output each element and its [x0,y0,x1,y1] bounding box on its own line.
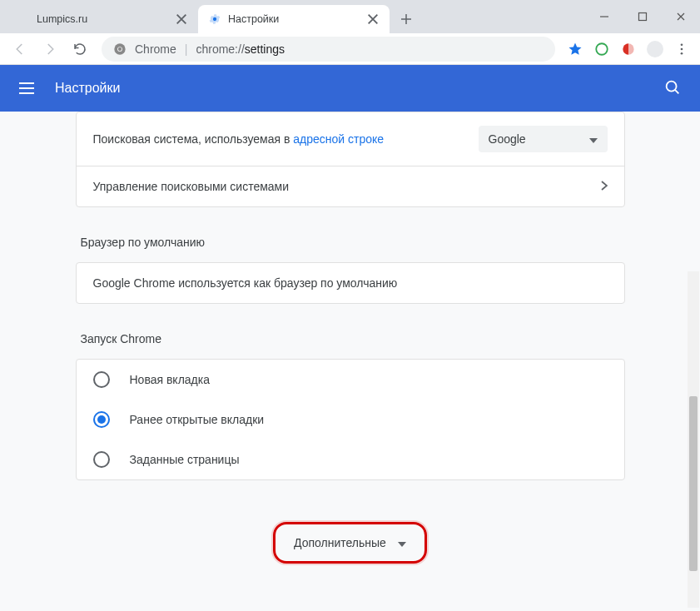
scrollbar[interactable] [688,271,699,608]
new-tab-button[interactable] [395,7,418,31]
maximize-button[interactable] [623,3,662,30]
search-engine-selected: Google [489,132,526,146]
toolbar: Chrome | chrome://settings [0,33,700,65]
svg-rect-1 [639,13,647,21]
omnibox-origin: Chrome [135,42,176,56]
chrome-icon [113,42,127,56]
tab-title: Настройки [228,13,360,25]
startup-option-specific-pages[interactable]: Заданные страницы [77,440,624,479]
tab-settings[interactable]: Настройки [198,5,390,33]
svg-point-9 [667,82,677,92]
close-tab-icon[interactable] [175,12,188,26]
radio-icon [93,411,110,428]
startup-option-label: Заданные страницы [130,453,240,466]
default-browser-card: Google Chrome используется как браузер п… [76,262,625,304]
omnibox-url: chrome://settings [196,42,285,56]
advanced-toggle-button[interactable]: Дополнительные [273,522,427,564]
svg-point-6 [681,43,683,46]
svg-point-5 [596,43,608,55]
page-title: Настройки [55,81,663,96]
omnibox[interactable]: Chrome | chrome://settings [102,37,555,62]
omnibox-separator: | [185,42,188,56]
extension-icon-1[interactable] [590,37,613,61]
chevron-right-icon [601,180,608,193]
settings-favicon [208,12,221,26]
back-button[interactable] [7,36,33,62]
close-window-button[interactable] [662,3,700,30]
close-tab-icon[interactable] [366,12,380,26]
settings-header: Настройки [0,65,700,112]
search-icon[interactable] [663,78,683,98]
minimize-button[interactable] [585,3,623,30]
on-startup-card: Новая вкладка Ранее открытые вкладки Зад… [76,359,625,480]
bookmark-star-icon[interactable] [563,37,587,61]
hamburger-menu-icon[interactable] [17,78,37,98]
search-engine-row: Поисковая система, используемая в адресн… [77,112,624,166]
search-engine-card: Поисковая система, используемая в адресн… [76,112,625,207]
search-engine-select[interactable]: Google [479,126,608,152]
profile-avatar[interactable] [643,37,667,61]
dropdown-icon [398,536,406,549]
tab-strip: Lumpics.ru Настройки [0,0,700,33]
extension-icon-2[interactable] [617,37,640,61]
dropdown-icon [589,132,598,146]
settings-content: Поисковая система, используемая в адресн… [0,112,700,611]
svg-point-7 [681,47,683,50]
kebab-menu-icon[interactable] [670,37,693,61]
forward-button[interactable] [37,36,63,62]
radio-icon [93,451,110,468]
svg-point-8 [681,52,683,54]
window-controls [585,0,700,33]
search-engine-label: Поисковая система, используемая в адресн… [93,132,385,146]
address-bar-link[interactable]: адресной строке [293,132,384,146]
default-browser-section-title: Браузер по умолчанию [81,236,625,249]
reload-button[interactable] [67,36,93,62]
manage-search-engines-row[interactable]: Управление поисковыми системами [77,166,624,206]
scrollbar-thumb[interactable] [689,396,698,571]
on-startup-section-title: Запуск Chrome [81,332,625,345]
default-browser-status: Google Chrome используется как браузер п… [77,263,624,303]
radio-icon [93,371,110,388]
startup-option-new-tab[interactable]: Новая вкладка [77,360,624,400]
tab-lumpics[interactable]: Lumpics.ru [7,5,198,33]
manage-search-engines-label: Управление поисковыми системами [93,180,290,193]
advanced-label: Дополнительные [294,536,386,549]
startup-option-continue[interactable]: Ранее открытые вкладки [77,400,624,440]
tab-title: Lumpics.ru [37,13,168,25]
startup-option-label: Ранее открытые вкладки [130,413,265,426]
startup-option-label: Новая вкладка [130,373,211,386]
svg-point-4 [118,47,122,50]
lumpics-favicon [17,12,30,26]
